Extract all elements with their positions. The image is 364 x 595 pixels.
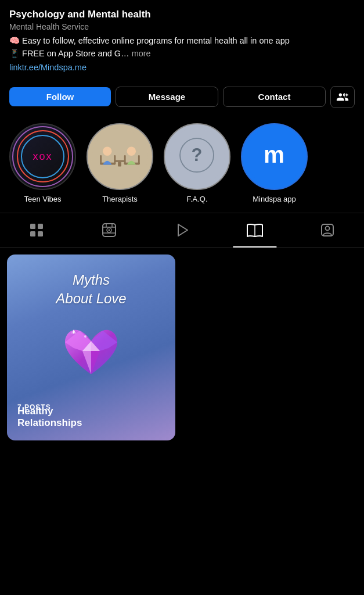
- svg-rect-9: [114, 160, 124, 162]
- profile-category: Mental Health Service: [9, 22, 355, 31]
- add-friend-button[interactable]: [330, 86, 355, 108]
- reels-icon: [102, 223, 117, 238]
- guide-title-text: MythsAbout Love: [56, 272, 126, 306]
- svg-point-20: [109, 229, 110, 231]
- action-buttons: Follow Message Contact: [0, 86, 364, 114]
- tab-tagged[interactable]: [291, 220, 364, 240]
- svg-text:?: ?: [192, 144, 203, 164]
- crystal-heart: [56, 319, 126, 391]
- follow-button[interactable]: Follow: [9, 87, 111, 106]
- profile-bio: 🧠 Easy to follow, effective online progr…: [9, 35, 355, 60]
- teen-vibes-icon: xox: [33, 150, 52, 163]
- faq-svg: ?: [165, 123, 229, 190]
- crystal-heart-svg: [56, 319, 126, 389]
- mindspa-svg: m: [242, 123, 307, 190]
- tagged-icon: [320, 223, 335, 238]
- svg-rect-16: [30, 231, 35, 236]
- guide-card-title: MythsAbout Love: [7, 271, 175, 309]
- svg-rect-15: [38, 224, 43, 229]
- story-mindspa[interactable]: m Mindspa app: [241, 123, 308, 203]
- message-button[interactable]: Message: [116, 87, 218, 107]
- story-circle-faq: ?: [164, 123, 230, 190]
- tab-guide[interactable]: [218, 220, 291, 240]
- bio-line1: 🧠 Easy to follow, effective online progr…: [9, 36, 290, 45]
- svg-rect-7: [138, 155, 140, 164]
- svg-marker-25: [178, 224, 188, 236]
- svg-point-29: [84, 335, 87, 338]
- story-teen-vibes[interactable]: xox Teen Vibes: [9, 123, 76, 203]
- story-circle-therapists: [87, 123, 153, 190]
- story-label-teen-vibes: Teen Vibes: [24, 195, 61, 203]
- svg-text:m: m: [264, 141, 284, 167]
- tab-grid[interactable]: [0, 220, 73, 240]
- story-label-therapists: Therapists: [102, 195, 138, 203]
- profile-link[interactable]: linktr.ee/Mindspa.me: [9, 63, 355, 72]
- svg-rect-14: [30, 224, 35, 229]
- add-person-icon: [336, 91, 349, 103]
- content-grid: MythsAbout Love: [0, 248, 364, 447]
- story-label-faq: F.A.Q.: [186, 195, 207, 203]
- contact-button[interactable]: Contact: [223, 87, 326, 107]
- bio-more[interactable]: more: [132, 49, 151, 58]
- grid-icon: [29, 223, 44, 238]
- bio-line2: 📱 FREE on App Store and G…: [9, 49, 129, 58]
- play-icon: [175, 223, 190, 238]
- profile-section: Psychology and Mental health Mental Heal…: [0, 0, 364, 78]
- svg-rect-10: [118, 162, 121, 166]
- svg-point-4: [103, 146, 111, 155]
- svg-point-28: [326, 226, 330, 230]
- svg-rect-3: [114, 155, 116, 164]
- guide-card-subtitle: HealthyRelationships: [17, 406, 82, 429]
- tab-reels[interactable]: [73, 220, 145, 240]
- guide-card-myths-about-love[interactable]: MythsAbout Love: [7, 255, 175, 440]
- story-circle-teen-vibes: xox: [9, 123, 76, 190]
- story-faq[interactable]: ? F.A.Q.: [164, 123, 230, 203]
- svg-rect-17: [38, 231, 43, 236]
- story-circle-mindspa: m: [241, 123, 308, 190]
- svg-point-8: [127, 146, 136, 155]
- guide-subtitle-text: HealthyRelationships: [17, 406, 82, 428]
- tab-play[interactable]: [146, 220, 218, 240]
- svg-rect-2: [100, 155, 102, 164]
- story-therapists[interactable]: Therapists: [87, 123, 153, 203]
- profile-name: Psychology and Mental health: [9, 8, 355, 21]
- guide-icon: [246, 223, 264, 238]
- tab-bar: [0, 213, 364, 248]
- svg-rect-6: [124, 155, 126, 164]
- stories-section: xox Teen Vibes: [0, 114, 364, 208]
- therapists-svg: [88, 123, 152, 190]
- story-label-mindspa: Mindspa app: [253, 195, 295, 203]
